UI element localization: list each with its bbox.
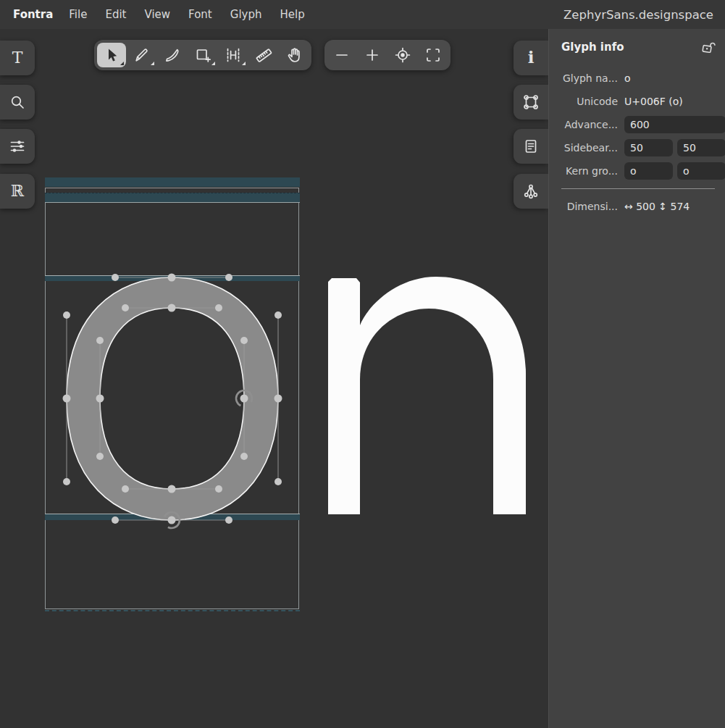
glyph-editor-canvas[interactable] [0,29,548,728]
glyph-name-row: Glyph na... o [561,70,716,87]
glyph-o-inner-contour[interactable] [100,308,244,489]
left-sidebearing-input[interactable] [624,139,673,156]
glyph-info-panel: Glyph info Glyph na... o Unicode U+006F … [548,29,725,728]
transform-box-icon [522,93,540,111]
dimensions-value: ↔ 500 ↕ 574 [624,201,716,212]
right-sidebearing-input[interactable] [677,139,725,156]
panel-divider [561,188,715,189]
info-icon: i [521,49,540,67]
zoom-fit-button[interactable] [419,43,448,67]
unicode-value: U+006F (o) [624,96,716,107]
advance-width-row: Advance... [561,116,716,133]
ruler-tool-button[interactable] [249,43,278,67]
workspace: T ℝ i [0,29,725,728]
ruler-icon [255,46,272,64]
sidebearings-label: Sidebear... [561,142,618,154]
menu-file[interactable]: File [69,8,87,21]
hand-tool-button[interactable] [280,43,309,67]
sidebearings-row: Sidebear... [561,139,716,156]
sidebar-tab-text-entry[interactable]: T [0,41,35,75]
sidebar-tab-related-glyphs[interactable] [514,174,548,209]
glyph-name-value: o [624,72,716,84]
pointer-icon [103,46,120,64]
notes-icon [522,138,540,155]
metrics-h-icon [225,46,242,64]
zoom-toolbar [324,40,450,70]
sliders-icon [9,138,26,155]
right-kern-group-input[interactable] [677,162,725,180]
advance-width-label: Advance... [561,119,618,130]
kern-groups-label: Kern gro... [561,165,618,177]
text-tool-icon: T [8,49,27,67]
glyph-name-label: Glyph na... [561,72,618,84]
pencil-tool-button[interactable] [127,43,156,67]
fit-brackets-icon [424,46,442,64]
plus-icon [364,46,381,64]
shape-tool-button[interactable] [188,43,217,67]
knife-tool-button[interactable] [158,43,187,67]
menu-glyph[interactable]: Glyph [230,8,262,21]
sidebar-tab-glyph-info[interactable]: i [514,41,548,75]
svg-text:ℝ: ℝ [11,182,25,200]
menu-help[interactable]: Help [280,8,304,21]
reference-font-icon: ℝ [8,182,27,201]
hand-icon [285,46,303,64]
menu-view[interactable]: View [144,8,170,21]
minus-icon [333,46,351,64]
knife-icon [164,46,181,64]
unicode-row: Unicode U+006F (o) [561,93,716,110]
dimensions-row: Dimensi... ↔ 500 ↕ 574 [561,198,716,215]
zoom-in-button[interactable] [358,43,387,67]
sidebar-tab-glyph-notes[interactable] [514,129,548,164]
menu-bar: Fontra File Edit View Font Glyph Help Ze… [0,0,725,29]
edit-tools-toolbar [94,40,311,70]
menu-font[interactable]: Font [188,8,212,21]
sidebar-tab-selection-transformation[interactable] [514,85,548,120]
target-icon [394,46,411,64]
glyph-info-title: Glyph info [561,41,624,54]
zoom-to-selection-button[interactable] [388,43,417,67]
unlock-icon[interactable] [700,39,716,55]
pencil-icon [133,46,151,64]
sidebar-tab-reference-font[interactable]: ℝ [0,174,35,209]
app-menu-fontra[interactable]: Fontra [13,8,53,21]
pointer-tool-button[interactable] [97,43,126,67]
svg-text:T: T [12,49,23,67]
menu-edit[interactable]: Edit [105,8,126,21]
document-title: ZephyrSans.designspace [563,8,713,22]
advance-width-input[interactable] [624,116,725,133]
sidebar-tab-designspace-navigation[interactable] [0,129,35,164]
dimensions-label: Dimensi... [561,201,618,212]
related-glyphs-icon [522,183,540,200]
left-kern-group-input[interactable] [624,162,673,180]
sidebar-tab-glyph-search[interactable] [0,85,35,120]
unicode-label: Unicode [561,96,618,107]
glyph-outline-layer [0,29,548,728]
search-icon [9,93,26,111]
svg-text:i: i [528,49,535,67]
power-ruler-tool-button[interactable] [219,43,248,67]
rectangle-plus-icon [194,46,211,64]
kern-groups-row: Kern gro... [561,162,716,180]
glyph-n-preview [328,277,526,514]
zoom-out-button[interactable] [327,43,356,67]
